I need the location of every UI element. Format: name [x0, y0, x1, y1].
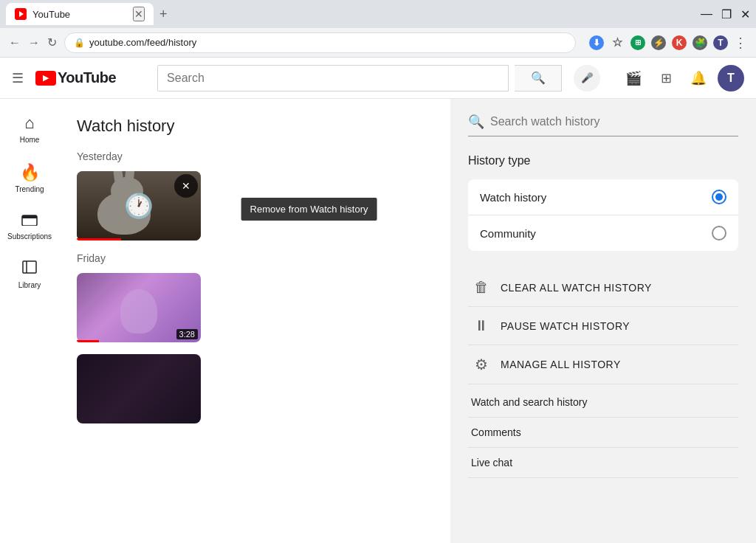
library-icon	[21, 260, 38, 278]
close-button[interactable]: ✕	[740, 7, 750, 21]
youtube-logo-icon	[35, 71, 56, 86]
search-container: 🔍 🎤	[157, 65, 600, 91]
reload-button[interactable]: ↻	[47, 35, 57, 49]
sidebar-item-trending[interactable]: 🔥 Trending	[3, 154, 56, 202]
mic-button[interactable]: 🎤	[574, 65, 600, 91]
search-input-wrapper	[157, 65, 509, 91]
tab-favicon	[15, 8, 27, 20]
gear-icon: ⚙	[471, 356, 492, 373]
pause-icon: ⏸	[471, 317, 492, 334]
search-button[interactable]: 🔍	[515, 65, 562, 91]
sidebar-label-subscriptions: Subscriptions	[7, 232, 52, 241]
ext-puzzle2-icon[interactable]: 🧩	[693, 35, 707, 50]
clear-history-button[interactable]: 🗑 CLEAR ALL WATCH HISTORY	[468, 269, 738, 307]
history-options: Watch history Community	[468, 179, 738, 251]
history-title: Watch history	[77, 117, 433, 136]
ext-download-icon[interactable]: ⬇	[589, 35, 604, 50]
history-day-yesterday: Yesterday	[77, 151, 433, 162]
sidebar: ⌂ Home 🔥 Trending Subscriptions Library	[0, 99, 59, 543]
star-icon[interactable]: ☆	[610, 35, 625, 50]
thumbnail-wrapper-dark[interactable]	[77, 354, 201, 423]
manage-history-button[interactable]: ⚙ MANAGE ALL HISTORY	[468, 345, 738, 384]
notifications-button[interactable]: 🔔	[685, 65, 712, 91]
thumbnail-wrapper-rabbit[interactable]: 🕐 ✕	[77, 171, 201, 241]
svg-rect-3	[22, 215, 37, 218]
minimize-button[interactable]: —	[701, 7, 712, 21]
new-tab-button[interactable]: +	[159, 7, 168, 22]
forward-button[interactable]: →	[28, 36, 40, 49]
watch-history-main: Watch history Yesterday 🕐 ✕ Remove	[59, 99, 450, 543]
security-icon: 🔒	[74, 38, 85, 48]
main-content: ⌂ Home 🔥 Trending Subscriptions Library …	[0, 99, 756, 543]
video-item-girl: 3:28	[77, 273, 433, 342]
option-community[interactable]: Community	[468, 215, 738, 251]
tab-title: YouTube	[32, 9, 127, 20]
manage-item-comments[interactable]: Comments	[468, 418, 738, 448]
extension-icons: ⬇ ☆ ⊞ ⚡ K 🧩 T ⋮	[589, 35, 747, 51]
clock-icon: 🕐	[124, 192, 154, 220]
clear-history-label: CLEAR ALL WATCH HISTORY	[501, 282, 652, 294]
sidebar-item-subscriptions[interactable]: Subscriptions	[3, 204, 56, 249]
thumbnail-wrapper-girl[interactable]: 3:28	[77, 273, 201, 342]
sidebar-item-library[interactable]: Library	[3, 251, 56, 298]
youtube-header: ☰ YouTube 🔍 🎤 🎬 ⊞ 🔔 T	[0, 58, 756, 99]
history-day-friday: Friday	[77, 252, 433, 264]
progress-bar-girl	[77, 340, 99, 342]
browser-titlebar: YouTube ✕ + — ❐ ✕	[0, 0, 756, 28]
window-controls: — ❐ ✕	[701, 7, 750, 21]
video-item-rabbit: 🕐 ✕ Remove from Watch history	[77, 171, 433, 241]
search-input[interactable]	[158, 66, 508, 91]
trending-icon: 🔥	[20, 163, 40, 182]
sidebar-label-trending: Trending	[15, 185, 44, 193]
ext-k-icon[interactable]: K	[672, 35, 687, 50]
ext-t-icon[interactable]: T	[713, 35, 728, 50]
trash-icon: 🗑	[471, 279, 492, 296]
home-icon: ⌂	[24, 114, 34, 133]
ext-grid-icon[interactable]: ⊞	[630, 35, 645, 50]
search-history-wrapper: 🔍	[468, 114, 738, 136]
remove-tooltip: Remove from Watch history	[241, 198, 377, 221]
search-history-icon: 🔍	[468, 114, 484, 130]
apps-button[interactable]: ⊞	[653, 65, 679, 91]
option-community-label: Community	[480, 227, 536, 240]
svg-rect-4	[23, 261, 36, 273]
browser-tab[interactable]: YouTube ✕	[6, 3, 154, 25]
youtube-logo[interactable]: YouTube	[35, 69, 116, 86]
manage-history-label: MANAGE ALL HISTORY	[501, 359, 621, 370]
sidebar-label-library: Library	[18, 281, 41, 289]
girl-silhouette	[120, 289, 157, 333]
tab-close-button[interactable]: ✕	[133, 7, 145, 21]
menu-button[interactable]: ☰	[12, 70, 24, 86]
pause-history-button[interactable]: ⏸ PAUSE WATCH HISTORY	[468, 307, 738, 345]
browser-addressbar: ← → ↻ 🔒 youtube.com/feed/history ⬇ ☆ ⊞ ⚡…	[0, 28, 756, 58]
subscriptions-icon	[21, 212, 38, 229]
youtube-logo-text: YouTube	[58, 69, 116, 86]
progress-bar	[77, 238, 121, 241]
video-item-dark	[77, 354, 433, 423]
back-button[interactable]: ←	[9, 36, 21, 49]
manage-section: Watch and search history Comments Live c…	[468, 387, 738, 478]
thumbnail-dark	[77, 354, 201, 423]
sidebar-label-home: Home	[20, 136, 40, 144]
url-text: youtube.com/feed/history	[89, 37, 196, 48]
create-video-button[interactable]: 🎬	[620, 65, 647, 91]
history-panel: 🔍 History type Watch history Community 🗑…	[450, 99, 756, 543]
remove-button[interactable]: ✕	[174, 174, 198, 198]
maximize-button[interactable]: ❐	[721, 7, 732, 21]
history-type-label: History type	[468, 154, 738, 167]
duration-badge: 3:28	[176, 329, 198, 339]
user-avatar[interactable]: T	[718, 65, 744, 91]
more-options-icon[interactable]: ⋮	[734, 35, 747, 51]
address-box[interactable]: 🔒 youtube.com/feed/history	[64, 32, 576, 53]
search-history-input[interactable]	[490, 115, 738, 128]
option-watch-history[interactable]: Watch history	[468, 179, 738, 215]
sidebar-item-home[interactable]: ⌂ Home	[3, 105, 56, 153]
option-watch-history-label: Watch history	[480, 191, 546, 204]
manage-item-watch-search[interactable]: Watch and search history	[468, 387, 738, 418]
radio-community[interactable]	[712, 226, 726, 241]
pause-history-label: PAUSE WATCH HISTORY	[501, 320, 630, 332]
radio-watch-history[interactable]	[712, 190, 726, 204]
ext-puzzle-icon[interactable]: ⚡	[651, 35, 666, 50]
manage-item-livechat[interactable]: Live chat	[468, 448, 738, 478]
header-actions: 🎬 ⊞ 🔔 T	[620, 65, 744, 91]
